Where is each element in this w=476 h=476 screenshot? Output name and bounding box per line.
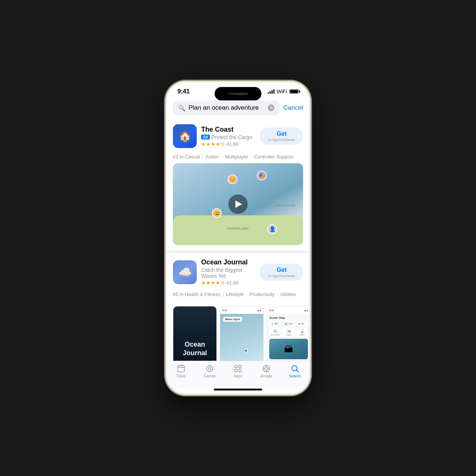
coast-get-button[interactable]: Get In-App Purchases [260,128,303,145]
coast-photo-icon: 🏔 [284,344,293,354]
today-icon [177,364,186,373]
tab-search[interactable]: Search [281,364,309,378]
app-icon-coast[interactable]: 🏠 [173,124,197,148]
ss-map-title: Wave Spot [223,317,242,322]
apps-icon [234,364,242,373]
ocean-in-app-text: In-App Purchases [268,274,295,278]
ss-map-time: 9:41 [222,309,228,312]
games-icon [205,364,214,373]
coast-video[interactable]: 😊 🎭 😃 👤 CRATER LAKE GROTTO CODE [173,163,303,245]
coast-app-name: The Coast [201,126,255,134]
coast-stars: ★★★★½ [201,141,225,147]
svg-rect-8 [239,369,241,372]
ocean-rating-row: ★★★★½ 41.6K [201,280,255,286]
ss-temp: 🌡 85° [269,321,281,326]
ocean-tag-1: #5 in Health & Fitness [173,292,220,297]
wind-icon-1: 💨 [273,329,278,333]
battery-icon [289,89,299,94]
search-results: 🏠 The Coast Ad Protect the Cargo ★★★★½ 4… [167,119,309,361]
thermometer-icon: 🌡 [271,322,274,325]
arcade-icon [262,364,271,373]
ss-location-dot [244,349,248,353]
svg-rect-7 [235,369,237,372]
wind-icon-3: 🍃 [300,329,304,333]
tab-today-label: Today [176,374,186,378]
status-time: 9:41 [177,88,190,95]
ss-wind-3: 🍃 Light [296,328,308,337]
ocean-app-name: Ocean Journal [201,258,255,266]
dynamic-island: t.me/aaplpro [215,87,261,100]
map-pin-1: 😊 [228,174,237,184]
ss-info-title: Ocean Map [269,316,308,319]
screenshot-info-status: 9:41 ▲● [267,306,309,314]
tab-today[interactable]: Today [167,364,195,378]
search-tab-icon [290,364,299,373]
svg-point-4 [209,367,211,370]
coast-subtitle: Protect the Cargo [211,134,252,140]
ocean-stars: ★★★★½ [201,280,225,286]
coast-tag-1: #3 in Casual [173,154,200,160]
tab-search-label: Search [289,374,301,378]
tab-games[interactable]: Games [195,364,223,378]
screenshot-info-body: Ocean Map 🌡 85° 🌊 104 ☁ [267,314,309,361]
tab-apps-label: Apps [234,374,242,378]
app-info-coast: The Coast Ad Protect the Cargo ★★★★½ 41.… [201,126,255,147]
ss-wind-2: 🌬 Light [283,328,295,337]
coast-tag-2: Action [206,154,219,160]
coast-media-area: 😊 🎭 😃 👤 CRATER LAKE GROTTO CODE [167,163,309,250]
ss-coast-photo: 🏔 [269,339,308,359]
video-play-button[interactable] [228,194,248,214]
screenshot-title-dark: Ocean Journal [183,340,207,358]
wifi-icon: WiFi [277,89,287,94]
coast-rating-count: 41.6K [226,141,239,147]
screenshot-map-status: 9:41 ▲● [220,306,263,314]
coast-tag-3: Multiplayer [225,154,248,160]
ss-cloud: ☁ 27 [296,321,308,326]
status-icons: WiFi [268,89,299,94]
tab-apps[interactable]: Apps [224,364,252,378]
cloud-small-icon: ☁ [298,322,300,325]
ocean-screenshots-row: Ocean Journal 9:41 ▲● Wave Spot [167,301,309,361]
map-pin-3: 😃 [212,208,222,218]
section-divider [167,250,309,253]
coast-rating-row: ★★★★½ 41.6K [201,141,255,147]
ocean-tag-2: Lifestyle [226,292,244,297]
ss-wind-1: 💨 Moderate [269,328,282,337]
search-icon: 🔍 [178,104,186,112]
cloud-icon: ☁️ [178,266,192,279]
svg-rect-6 [239,365,241,368]
dynamic-island-text: t.me/aaplpro [228,92,248,96]
screenshot-ocean-map[interactable]: 9:41 ▲● Wave Spot [220,306,264,361]
search-bar[interactable]: 🔍 Plan an ocean adventure ✕ [173,100,280,115]
ss-waves: 🌊 104 [283,321,295,326]
ss-info-icons: ▲● [304,309,308,312]
crater-lake-label: CRATER LAKE [227,227,249,230]
svg-point-10 [265,367,268,370]
ocean-tag-4: Utilities [280,292,296,297]
coast-tag-4: Controller Support [254,154,293,160]
ocean-subtitle-row: Catch the Biggest Waves Yet [201,267,255,279]
screenshot-ocean-info[interactable]: 9:41 ▲● Ocean Map 🌡 85° 🌊 104 [267,306,309,361]
clear-search-button[interactable]: ✕ [268,104,274,111]
ocean-tags-row: #5 in Health & Fitness | Lifestyle · Pro… [173,289,303,301]
app-info-ocean: Ocean Journal Catch the Biggest Waves Ye… [201,258,255,286]
screenshot-map-body: Wave Spot [220,314,263,361]
tab-arcade[interactable]: Arcade [252,364,280,378]
svg-rect-5 [235,365,237,368]
cancel-button[interactable]: Cancel [283,104,303,112]
coast-subtitle-row: Ad Protect the Cargo [201,134,255,140]
svg-rect-0 [178,366,184,372]
ss-info-time: 9:41 [269,309,274,312]
app-icon-ocean[interactable]: ☁️ [173,260,197,284]
ss-icons-grid: 💨 Moderate 🌬 Light 🍃 Light [269,328,308,337]
wind-icon-2: 🌬 [287,329,291,333]
home-indicator [214,389,262,390]
ad-badge: Ad [201,135,210,139]
coast-tags-row: #3 in Casual | Action · Multiplayer · Co… [173,152,303,163]
ocean-rating-count: 41.6K [226,280,239,286]
lighthouse-icon: 🏠 [178,130,192,142]
ss-map-icons: ▲● [257,309,261,312]
ocean-get-button[interactable]: Get In-App Purchases [260,264,303,281]
screenshot-ocean-dark[interactable]: Ocean Journal [173,306,217,361]
wave-icon: 🌊 [284,322,288,325]
